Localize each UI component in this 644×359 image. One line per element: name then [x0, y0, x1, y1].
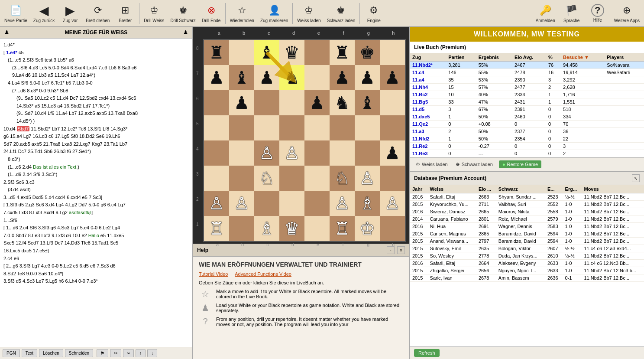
db-col-elo-b[interactable]: E...: [545, 185, 563, 193]
square-a4[interactable]: [204, 140, 229, 166]
db-schwarz-2[interactable]: Maiorov, Nikita: [496, 208, 545, 215]
database-row-7[interactable]: 2015 Sutovsky, Emil 2635 Bologan, Viktor…: [410, 245, 644, 252]
database-row-2[interactable]: 2016 Swiercz, Dariusz 2665 Maiorov, Niki…: [410, 208, 644, 215]
livebook-col-players[interactable]: Players: [604, 53, 644, 62]
square-c4[interactable]: ♙: [254, 140, 279, 166]
db-col-moves[interactable]: Moves: [581, 185, 644, 193]
square-b2[interactable]: ♙: [229, 191, 254, 216]
square-b5[interactable]: [229, 115, 254, 140]
neue-partie-button[interactable]: 📄 Neue Partie: [2, 2, 30, 25]
square-d7[interactable]: ♞: [279, 65, 304, 90]
square-d4[interactable]: ♙: [279, 140, 304, 166]
square-a8[interactable]: ♜: [204, 40, 229, 65]
livebook-col-elo[interactable]: Elo Avg.: [512, 53, 546, 62]
nav-up-button[interactable]: ↑: [136, 349, 146, 357]
database-row-3[interactable]: 2014 Caruana, Fabiano 2801 Roiz, Michael…: [410, 215, 644, 223]
livebook-row-6[interactable]: 11.d5 3 67% 2391 0 518: [410, 106, 644, 113]
square-c5[interactable]: [254, 115, 279, 140]
db-schwarz-9[interactable]: Alekseev, Evgeny: [496, 260, 545, 267]
notation-content[interactable]: 1.d4* [ 1.e4* c5 (1...e5 2.Sf3 Sc6 test …: [0, 39, 192, 347]
square-g6[interactable]: ♝: [355, 90, 380, 115]
db-schwarz-8[interactable]: Duda, Jan Krzys...: [496, 252, 545, 260]
square-a1[interactable]: ♖: [204, 216, 229, 241]
square-h7[interactable]: ♟: [380, 65, 405, 90]
help-close-button[interactable]: ×: [397, 246, 405, 254]
square-h2[interactable]: ♙: [380, 191, 405, 216]
square-d6[interactable]: [279, 90, 304, 115]
square-e7[interactable]: [304, 65, 330, 90]
square-d5[interactable]: [279, 115, 304, 140]
nav-down-button[interactable]: ↓: [147, 349, 157, 357]
wiederholen-button[interactable]: ☆ Wiederholen: [227, 2, 257, 25]
square-b3[interactable]: [229, 166, 254, 191]
tutorial-video-link[interactable]: Tutorial Video: [199, 271, 228, 277]
square-b8[interactable]: [229, 40, 254, 65]
weitere-apps-button[interactable]: ⊕ Weitere Apps: [612, 2, 642, 25]
drill-weiss-button[interactable]: ♔ Drill Weiss: [141, 2, 167, 25]
livebook-row-11[interactable]: 11.Re2 0 -0.27 0 0 3: [410, 143, 644, 150]
square-e6[interactable]: ♟: [304, 90, 330, 115]
db-weiss-2[interactable]: Swiercz, Dariusz: [427, 208, 476, 215]
square-f4[interactable]: [330, 140, 355, 166]
square-b7[interactable]: ♝: [229, 65, 254, 90]
db-weiss-6[interactable]: Anand, Viswana...: [427, 238, 476, 245]
text-button[interactable]: Text: [22, 349, 37, 357]
square-e2[interactable]: [304, 191, 330, 216]
db-schwarz-3[interactable]: Roiz, Michael: [496, 215, 545, 223]
refresh-button[interactable]: Refresh: [414, 349, 440, 357]
database-expand-button[interactable]: ⤡: [632, 174, 640, 182]
db-weiss-3[interactable]: Caruana, Fabiano: [427, 215, 476, 223]
lb-move-8[interactable]: 11.Qe2: [410, 121, 446, 128]
loschen-button[interactable]: Löschen: [39, 349, 63, 357]
lb-move-1[interactable]: 11.c4: [410, 69, 446, 76]
square-c3[interactable]: ♘: [254, 166, 279, 191]
square-c7[interactable]: ♟: [254, 65, 279, 90]
square-a2[interactable]: ♙: [204, 191, 229, 216]
square-e4[interactable]: [304, 140, 330, 166]
square-d1[interactable]: ♛: [279, 216, 304, 241]
livebook-row-4[interactable]: 11.Bc2 10 40% 2334 1 1,716: [410, 91, 644, 98]
db-col-weiss[interactable]: Weiss: [427, 185, 476, 193]
livebook-row-12[interactable]: 11.Re3 0 --- 0 0 2: [410, 150, 644, 157]
db-weiss-1[interactable]: Kryvoruchko, Yu...: [427, 201, 476, 208]
db-weiss-7[interactable]: Sutovsky, Emil: [427, 245, 476, 252]
database-row-8[interactable]: 2015 So, Wesley 2778 Duda, Jan Krzys... …: [410, 252, 644, 260]
square-e1[interactable]: [304, 216, 330, 241]
nav-scissors-button[interactable]: ✂: [110, 349, 121, 357]
square-c2[interactable]: [254, 191, 279, 216]
db-weiss-5[interactable]: Carlsen, Magnus: [427, 230, 476, 238]
db-col-erg[interactable]: Erg...: [563, 185, 582, 193]
db-weiss-4[interactable]: Ni, Hua: [427, 223, 476, 230]
square-b6[interactable]: ♟: [229, 90, 254, 115]
square-b4[interactable]: [229, 140, 254, 166]
livebook-col-pct[interactable]: %: [546, 53, 560, 62]
livebook-row-10[interactable]: 11.Nfd2 1 50% 2354 0 22: [410, 135, 644, 143]
square-h4[interactable]: ♟: [380, 140, 405, 166]
nav-infinity-button[interactable]: ∞: [123, 349, 134, 357]
square-g8[interactable]: ♚: [355, 40, 380, 65]
square-f5[interactable]: [330, 115, 355, 140]
hilfe-button[interactable]: ? Hilfe: [586, 2, 610, 24]
engine-button[interactable]: ⚙ Engine: [362, 2, 386, 25]
db-weiss-8[interactable]: So, Wesley: [427, 252, 476, 260]
database-row-11[interactable]: 2015 Saric, Ivan 2678 Amin, Bassem 2636 …: [410, 274, 644, 282]
livebook-row-2[interactable]: 11.a4 35 53% 2390 3 3,292: [410, 76, 644, 84]
livebook-row-8[interactable]: 11.Qe2 0 +0.08 0 0 70: [410, 121, 644, 128]
square-f2[interactable]: ♙: [330, 191, 355, 216]
database-row-0[interactable]: 2016 Safarli, Eltaj 2663 Shyam, Sundar .…: [410, 193, 644, 201]
square-h3[interactable]: [380, 166, 405, 191]
livebook-row-3[interactable]: 11.Nh4 15 57% 2477 2 2,628: [410, 84, 644, 91]
db-schwarz-11[interactable]: Amin, Bassem: [496, 274, 545, 282]
restore-game-button[interactable]: ● Restore Game: [499, 160, 541, 168]
square-g5[interactable]: [355, 115, 380, 140]
help-minimize-button[interactable]: -: [387, 246, 395, 254]
livebook-row-1[interactable]: 11.c4 146 55% 2478 16 19,914 Wei/Safarli: [410, 69, 644, 76]
chessboard[interactable]: ♜ ♝ ♛ ♜ ♚ ♟ ♝ ♟ ♞: [203, 39, 406, 242]
lb-move-11[interactable]: 11.Re2: [410, 143, 446, 150]
square-a3[interactable]: [204, 166, 229, 191]
square-c1[interactable]: ♗: [254, 216, 279, 241]
square-c6[interactable]: [254, 90, 279, 115]
database-row-4[interactable]: 2016 Ni, Hua 2691 Wagner, Dennis 2583 1-…: [410, 223, 644, 230]
square-g3[interactable]: ♙: [355, 166, 380, 191]
anmelden-button[interactable]: 🔑 Anmelden: [533, 2, 558, 25]
